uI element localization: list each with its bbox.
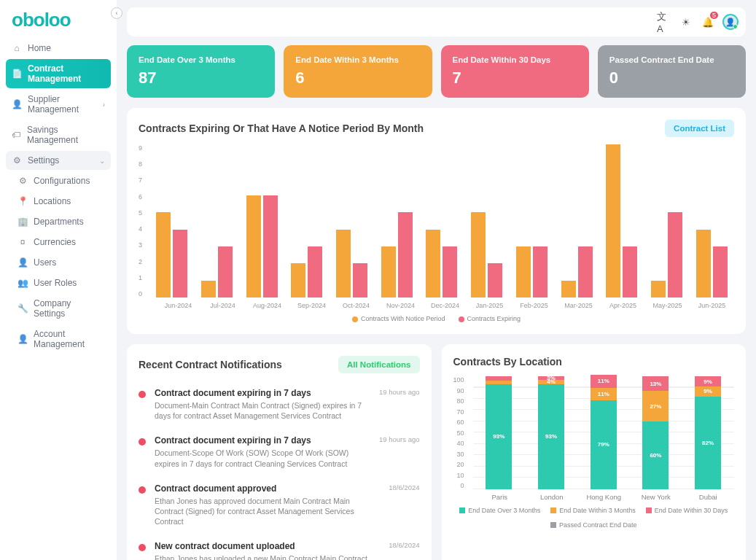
sidebar-item-label: Contract Management bbox=[28, 63, 105, 84]
notification-item[interactable]: Contract document expiring in 7 daysDocu… bbox=[139, 381, 420, 428]
bar-group bbox=[554, 144, 599, 298]
bar-group: 82%9%9% bbox=[682, 376, 734, 489]
kpi-value: 7 bbox=[453, 69, 577, 88]
bar bbox=[578, 246, 593, 298]
status-dot bbox=[139, 438, 146, 446]
legend-item: Passed Contract End Date bbox=[550, 521, 637, 529]
notification-title: Contract document expiring in 7 days bbox=[155, 388, 366, 398]
bar-segment: 11% bbox=[591, 375, 617, 387]
home-icon: ⌂ bbox=[12, 43, 22, 53]
kpi-title: End Date Over 3 Months bbox=[139, 55, 263, 64]
sidebar-item-settings[interactable]: ⚙ Settings ⌄ bbox=[6, 151, 111, 170]
bar bbox=[426, 230, 440, 298]
sidebar-item-label: Supplier Management bbox=[28, 94, 97, 114]
status-dot bbox=[139, 486, 146, 494]
bar-segment: 93% bbox=[486, 384, 512, 489]
sidebar-item-label: Savings Management bbox=[27, 125, 105, 145]
x-tick: Jan-2025 bbox=[467, 298, 512, 309]
bar-group bbox=[149, 144, 195, 298]
sidebar-item-user-roles[interactable]: 👥User Roles bbox=[6, 273, 111, 292]
sidebar-item-savings-management[interactable]: 🏷 Savings Management bbox=[6, 120, 111, 149]
currency-icon: ¤ bbox=[17, 237, 28, 247]
x-axis: Jun-2024Jul-2024Aug-2024Sep-2024Oct-2024… bbox=[156, 298, 734, 309]
bar-group: 93% bbox=[473, 376, 526, 489]
bar bbox=[353, 263, 367, 298]
notification-timestamp: 19 hours ago bbox=[379, 388, 419, 421]
kpi-card[interactable]: Passed Contract End Date0 bbox=[598, 45, 746, 98]
sidebar-item-departments[interactable]: 🏢Departments bbox=[6, 212, 111, 231]
users-icon: 👥 bbox=[17, 278, 28, 288]
kpi-card[interactable]: End Date Within 3 Months6 bbox=[284, 45, 432, 98]
bar bbox=[561, 281, 576, 298]
chart-legend: Contracts With Notice Period Contracts E… bbox=[139, 315, 734, 322]
sidebar-item-contract-management[interactable]: 📄 Contract Management bbox=[6, 59, 111, 88]
building-icon: 🏢 bbox=[17, 217, 28, 227]
bar bbox=[651, 281, 666, 298]
x-tick: Feb-2025 bbox=[512, 298, 556, 309]
bar bbox=[246, 195, 261, 298]
x-tick: Jun-2024 bbox=[156, 298, 200, 309]
sidebar-item-label: User Roles bbox=[34, 278, 77, 288]
x-tick: Oct-2024 bbox=[334, 298, 378, 309]
user-icon: 👤 bbox=[17, 334, 28, 344]
chart-plot: 93%93%4%3%79%11%11%60%27%13%82%9%9% bbox=[473, 376, 734, 489]
kpi-value: 6 bbox=[295, 69, 420, 88]
bar-group: 79%11%11% bbox=[577, 376, 630, 489]
bar-group bbox=[374, 144, 419, 298]
notification-desc: Document-Scope Of Work (SOW) Scope Of Wo… bbox=[155, 448, 366, 468]
sidebar-item-users[interactable]: 👤Users bbox=[6, 253, 111, 272]
y-axis: 1009080706050403020100 bbox=[453, 376, 469, 489]
bar-group bbox=[195, 144, 240, 298]
sidebar-item-label: Settings bbox=[28, 155, 59, 166]
sidebar-item-label: Users bbox=[34, 257, 56, 268]
notification-bell-icon[interactable]: 🔔5 bbox=[701, 15, 715, 29]
sidebar-item-account-management[interactable]: 👤Account Management bbox=[6, 324, 111, 354]
kpi-title: Passed Contract End Date bbox=[609, 55, 734, 64]
contract-list-button[interactable]: Contract List bbox=[665, 120, 734, 137]
notification-desc: Document-Main Contract Main Contract (Si… bbox=[155, 400, 366, 421]
x-axis: ParisLondonHong KongNew YorkDubai bbox=[474, 489, 735, 501]
status-dot bbox=[139, 544, 146, 551]
kpi-value: 0 bbox=[609, 69, 734, 88]
notification-item[interactable]: Contract document approvedEthan Jones ha… bbox=[139, 476, 420, 534]
bar bbox=[713, 246, 728, 298]
status-dot bbox=[139, 391, 146, 398]
bar bbox=[263, 195, 278, 298]
bar bbox=[156, 212, 171, 298]
avatar[interactable]: 👤 bbox=[722, 14, 739, 30]
translate-icon[interactable]: 文A bbox=[657, 15, 671, 29]
notification-item[interactable]: New contract document uploadedEthan Jone… bbox=[139, 534, 420, 560]
x-tick: Paris bbox=[474, 489, 526, 501]
bar-group bbox=[464, 144, 510, 298]
bar-segment: 27% bbox=[642, 391, 669, 421]
kpi-title: End Date Within 30 Days bbox=[453, 55, 577, 64]
bar-segment: 9% bbox=[695, 376, 721, 386]
gear-icon: ⚙ bbox=[17, 176, 28, 186]
x-tick: Jul-2024 bbox=[200, 298, 245, 309]
all-notifications-button[interactable]: All Notifications bbox=[338, 356, 420, 373]
bar-segment: 9% bbox=[695, 386, 721, 397]
bar bbox=[291, 263, 305, 298]
chevron-right-icon: › bbox=[103, 101, 105, 109]
chevron-down-icon: ⌄ bbox=[99, 157, 105, 165]
notification-item[interactable]: Contract document expiring in 7 daysDocu… bbox=[139, 428, 420, 475]
x-tick: Dubai bbox=[682, 489, 735, 501]
kpi-card[interactable]: End Date Within 30 Days7 bbox=[441, 45, 589, 98]
kpi-card[interactable]: End Date Over 3 Months87 bbox=[127, 45, 275, 98]
legend-item: Contracts With Notice Period bbox=[352, 315, 445, 322]
bar bbox=[471, 212, 486, 298]
sidebar-item-company-settings[interactable]: 🔧Company Settings bbox=[6, 294, 111, 323]
card-notifications: Recent Contract Notifications All Notifi… bbox=[127, 344, 432, 560]
chart-title: Contracts By Location bbox=[453, 356, 735, 368]
sidebar-item-currencies[interactable]: ¤Currencies bbox=[6, 233, 111, 252]
sidebar-item-configurations[interactable]: ⚙Configurations bbox=[6, 171, 111, 190]
theme-icon[interactable]: ☀ bbox=[679, 15, 693, 29]
sidebar-collapse-button[interactable]: ‹ bbox=[111, 7, 122, 19]
bar bbox=[606, 144, 620, 298]
card-chart-location: Contracts By Location 100908070605040302… bbox=[442, 344, 747, 560]
bar-group bbox=[644, 144, 690, 298]
sidebar-item-home[interactable]: ⌂ Home bbox=[6, 39, 111, 58]
bar-segment: 11% bbox=[591, 388, 617, 400]
sidebar-item-supplier-management[interactable]: 👤 Supplier Management › bbox=[6, 90, 111, 119]
sidebar-item-locations[interactable]: 📍Locations bbox=[6, 192, 111, 211]
